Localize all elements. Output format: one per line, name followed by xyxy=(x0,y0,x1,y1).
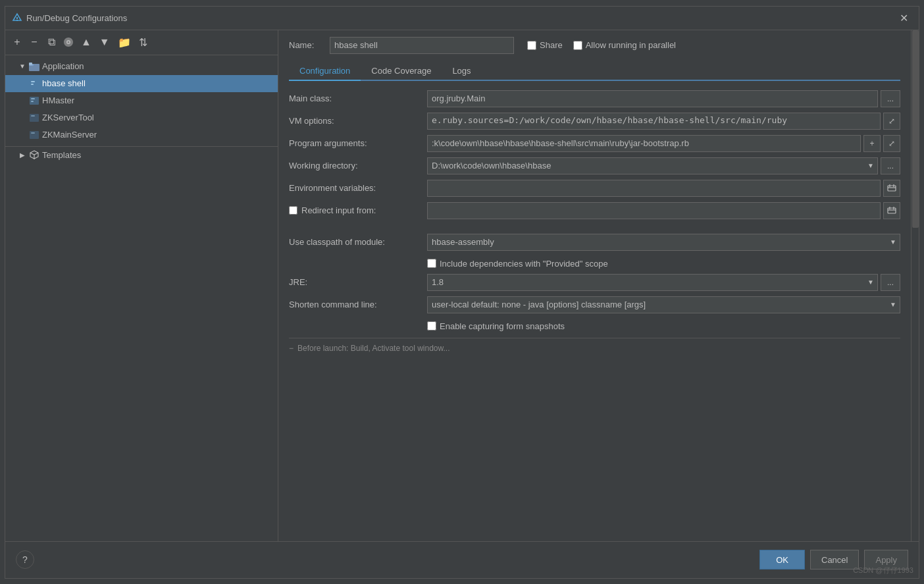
hmaster-label: HMaster xyxy=(42,95,74,105)
main-class-row: ... xyxy=(427,90,900,107)
snapshots-text: Enable capturing form snapshots xyxy=(440,321,565,331)
templates-arrow: ▶ xyxy=(18,151,26,159)
before-launch-text: Before launch: Build, Activate tool wind… xyxy=(297,344,449,353)
redirect-label: Redirect input from: xyxy=(301,205,376,215)
settings-button[interactable] xyxy=(61,34,76,50)
shorten-cmd-select[interactable]: user-local default: none - java [options… xyxy=(427,296,900,313)
dialog-icon xyxy=(12,13,22,23)
header-options: Share Allow running in parallel xyxy=(527,40,676,50)
name-input[interactable] xyxy=(330,37,514,54)
remove-config-button[interactable]: − xyxy=(26,34,42,50)
svg-rect-13 xyxy=(31,115,35,117)
vm-options-expand-button[interactable]: ⤢ xyxy=(883,113,900,130)
templates-label: Templates xyxy=(42,150,81,160)
tab-code-coverage[interactable]: Code Coverage xyxy=(361,62,442,81)
main-class-label: Main class: xyxy=(289,93,421,103)
tree-templates[interactable]: ▶ Templates xyxy=(5,146,278,163)
program-args-input[interactable] xyxy=(427,135,861,152)
name-label: Name: xyxy=(289,40,322,50)
svg-rect-10 xyxy=(31,98,35,99)
classpath-select[interactable]: hbase-assembly xyxy=(427,234,900,251)
spacer1 xyxy=(289,225,421,228)
copy-config-button[interactable]: ⧉ xyxy=(43,34,59,50)
add-config-button[interactable]: + xyxy=(9,34,25,50)
env-vars-browse-button[interactable] xyxy=(883,180,900,197)
tree-hmaster[interactable]: HMaster xyxy=(5,92,278,109)
config-tabs: Configuration Code Coverage Logs xyxy=(289,62,900,81)
sort-button[interactable]: ⇅ xyxy=(136,34,151,50)
right-panel: Name: Share Allow running in parallel Co… xyxy=(278,30,911,541)
working-dir-select[interactable]: D:\work\code\own\hbase\hbase xyxy=(427,157,878,174)
include-deps-row: Include dependencies with "Provided" sco… xyxy=(427,259,900,269)
scrollbar-track[interactable] xyxy=(911,30,919,541)
jre-browse-button[interactable]: ... xyxy=(881,274,900,291)
include-deps-label[interactable]: Include dependencies with "Provided" sco… xyxy=(427,259,608,269)
help-button[interactable]: ? xyxy=(16,550,34,569)
redirect-browse-button[interactable] xyxy=(883,202,900,219)
main-class-browse-button[interactable]: ... xyxy=(881,90,900,107)
share-checkbox[interactable] xyxy=(527,41,536,50)
working-dir-wrapper: D:\work\code\own\hbase\hbase ▼ xyxy=(427,157,878,174)
vm-options-row: e.ruby.sources=D:/work/code/own/hbase/hb… xyxy=(427,113,900,130)
svg-rect-5 xyxy=(29,63,32,65)
before-launch-title: − Before launch: Build, Activate tool wi… xyxy=(289,344,900,353)
shorten-cmd-row: user-local default: none - java [options… xyxy=(427,296,900,313)
snapshots-row: Enable capturing form snapshots xyxy=(427,321,900,331)
tree-zkserver[interactable]: ZKServerTool xyxy=(5,109,278,126)
share-checkbox-label[interactable]: Share xyxy=(527,40,563,50)
expand-arrow: ▼ xyxy=(18,63,26,70)
working-dir-row: D:\work\code\own\hbase\hbase ▼ ... xyxy=(427,157,900,174)
templates-icon xyxy=(29,149,39,160)
share-label: Share xyxy=(540,40,563,50)
before-launch-arrow: − xyxy=(289,344,294,353)
svg-rect-11 xyxy=(31,101,34,102)
svg-rect-16 xyxy=(888,186,896,191)
include-deps-text: Include dependencies with "Provided" sco… xyxy=(440,259,608,269)
close-button[interactable]: ✕ xyxy=(896,11,912,26)
jre-row: 1.8 ▼ ... xyxy=(427,274,900,291)
snapshots-label[interactable]: Enable capturing form snapshots xyxy=(427,321,565,331)
jre-wrapper: 1.8 ▼ xyxy=(427,274,878,291)
zkmain-icon xyxy=(29,130,39,140)
svg-rect-2 xyxy=(16,20,18,21)
hmaster-icon xyxy=(29,95,39,106)
jre-select[interactable]: 1.8 xyxy=(427,274,878,291)
program-args-expand-button[interactable]: ⤢ xyxy=(883,135,900,152)
scrollbar-thumb[interactable] xyxy=(912,30,919,228)
tree-hbase-shell[interactable]: hbase shell xyxy=(5,75,278,92)
redirect-input[interactable] xyxy=(427,202,881,219)
redirect-checkbox[interactable] xyxy=(289,206,297,215)
toolbar: + − ⧉ ▲ ▼ 📁 ⇅ xyxy=(5,30,278,55)
move-up-button[interactable]: ▲ xyxy=(78,34,95,50)
move-down-button[interactable]: ▼ xyxy=(96,34,113,50)
title-bar-left: Run/Debug Configurations xyxy=(12,13,127,23)
main-class-input[interactable] xyxy=(427,90,878,107)
bottom-left: ? xyxy=(16,550,34,569)
snapshots-checkbox[interactable] xyxy=(427,321,436,331)
hbase-shell-icon xyxy=(29,78,39,89)
program-args-label: Program arguments: xyxy=(289,138,421,148)
classpath-label: Use classpath of module: xyxy=(289,237,421,247)
cancel-button[interactable]: Cancel xyxy=(810,550,859,570)
classpath-row: hbase-assembly ▼ xyxy=(427,234,900,251)
svg-rect-17 xyxy=(888,208,896,213)
ok-button[interactable]: OK xyxy=(759,550,805,570)
parallel-checkbox-label[interactable]: Allow running in parallel xyxy=(573,40,676,50)
vm-options-input[interactable]: e.ruby.sources=D:/work/code/own/hbase/hb… xyxy=(427,113,881,130)
svg-rect-7 xyxy=(31,81,35,82)
parallel-checkbox[interactable] xyxy=(573,41,582,50)
working-dir-browse-button[interactable]: ... xyxy=(881,157,900,174)
application-label: Application xyxy=(42,61,84,71)
main-content: + − ⧉ ▲ ▼ 📁 ⇅ ▼ xyxy=(5,30,919,541)
redirect-checkbox-label[interactable]: Redirect input from: xyxy=(289,205,415,215)
application-folder-icon xyxy=(29,61,39,72)
tree-zkmain[interactable]: ZKMainServer xyxy=(5,126,278,144)
include-deps-checkbox[interactable] xyxy=(427,259,436,268)
env-vars-input[interactable] xyxy=(427,180,881,197)
jre-label: JRE: xyxy=(289,277,421,287)
tab-configuration[interactable]: Configuration xyxy=(289,62,361,81)
tab-logs[interactable]: Logs xyxy=(442,62,481,81)
program-args-add-button[interactable]: + xyxy=(863,135,881,152)
folder-button[interactable]: 📁 xyxy=(115,34,134,50)
tree-application[interactable]: ▼ Application xyxy=(5,58,278,75)
